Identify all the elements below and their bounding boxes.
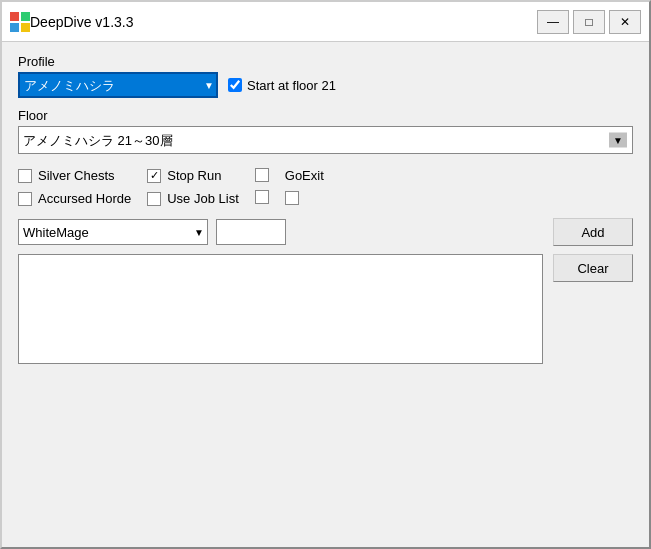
svg-rect-1 bbox=[21, 12, 30, 21]
profile-select[interactable]: アメノミハシラ bbox=[18, 72, 218, 98]
svg-rect-2 bbox=[10, 23, 19, 32]
stop-run-checkbox[interactable] bbox=[147, 169, 161, 183]
floor-select-wrapper: アメノミハシラ 21～30層 bbox=[18, 126, 633, 154]
silver-chests-label: Silver Chests bbox=[38, 168, 115, 183]
bottom-controls-row: WhiteMage BlackMage Warrior Paladin Scho… bbox=[18, 218, 633, 246]
side-buttons: Clear bbox=[553, 254, 633, 364]
use-job-list-checkbox[interactable] bbox=[147, 192, 161, 206]
title-bar: DeepDive v1.3.3 — □ ✕ bbox=[2, 2, 649, 42]
go-exit-row-2 bbox=[255, 190, 269, 204]
job-list-textarea[interactable] bbox=[18, 254, 543, 364]
use-job-list-label: Use Job List bbox=[167, 191, 239, 206]
go-exit-label-row: GoExit bbox=[285, 168, 324, 183]
go-exit-checkbox-row bbox=[285, 191, 324, 205]
title-buttons: — □ ✕ bbox=[537, 10, 641, 34]
silver-chests-row: Silver Chests bbox=[18, 168, 131, 183]
start-at-floor-text: Start at floor 21 bbox=[247, 78, 336, 93]
job-text-input[interactable] bbox=[216, 219, 286, 245]
accursed-horde-checkbox[interactable] bbox=[18, 192, 32, 206]
go-exit-main-checkbox[interactable] bbox=[285, 191, 299, 205]
go-exit-checkbox-1[interactable] bbox=[255, 168, 269, 182]
go-exit-label: GoExit bbox=[285, 168, 324, 183]
options-col-2: Stop Run Use Job List bbox=[147, 168, 239, 206]
floor-select[interactable]: アメノミハシラ 21～30層 bbox=[18, 126, 633, 154]
minimize-button[interactable]: — bbox=[537, 10, 569, 34]
stop-run-label: Stop Run bbox=[167, 168, 221, 183]
job-select-wrapper: WhiteMage BlackMage Warrior Paladin Scho… bbox=[18, 219, 208, 245]
profile-select-wrapper: アメノミハシラ bbox=[18, 72, 218, 98]
use-job-list-row: Use Job List bbox=[147, 191, 239, 206]
stop-run-row: Stop Run bbox=[147, 168, 239, 183]
floor-label: Floor bbox=[18, 108, 633, 123]
profile-row: アメノミハシラ Start at floor 21 bbox=[18, 72, 633, 98]
main-window: DeepDive v1.3.3 — □ ✕ Profile アメノミハシラ St… bbox=[0, 0, 651, 549]
main-area: Clear bbox=[18, 254, 633, 364]
maximize-button[interactable]: □ bbox=[573, 10, 605, 34]
title-text: DeepDive v1.3.3 bbox=[30, 14, 537, 30]
options-col-4: GoExit bbox=[285, 168, 324, 205]
options-row: Silver Chests Accursed Horde Stop Run Us… bbox=[18, 168, 633, 206]
start-at-floor-checkbox[interactable] bbox=[228, 78, 242, 92]
options-col-3 bbox=[255, 168, 269, 204]
content-area: Profile アメノミハシラ Start at floor 21 Floor … bbox=[2, 42, 649, 547]
job-select[interactable]: WhiteMage BlackMage Warrior Paladin Scho… bbox=[18, 219, 208, 245]
accursed-horde-row: Accursed Horde bbox=[18, 191, 131, 206]
svg-rect-3 bbox=[21, 23, 30, 32]
options-col-1: Silver Chests Accursed Horde bbox=[18, 168, 131, 206]
clear-button[interactable]: Clear bbox=[553, 254, 633, 282]
start-at-floor-label[interactable]: Start at floor 21 bbox=[228, 78, 336, 93]
profile-group: Profile アメノミハシラ Start at floor 21 bbox=[18, 54, 633, 98]
floor-group: Floor アメノミハシラ 21～30層 bbox=[18, 108, 633, 154]
go-exit-checkbox-2[interactable] bbox=[255, 190, 269, 204]
accursed-horde-label: Accursed Horde bbox=[38, 191, 131, 206]
profile-label: Profile bbox=[18, 54, 633, 69]
silver-chests-checkbox[interactable] bbox=[18, 169, 32, 183]
add-button[interactable]: Add bbox=[553, 218, 633, 246]
close-button[interactable]: ✕ bbox=[609, 10, 641, 34]
app-icon bbox=[10, 12, 30, 32]
go-exit-row-1 bbox=[255, 168, 269, 182]
svg-rect-0 bbox=[10, 12, 19, 21]
